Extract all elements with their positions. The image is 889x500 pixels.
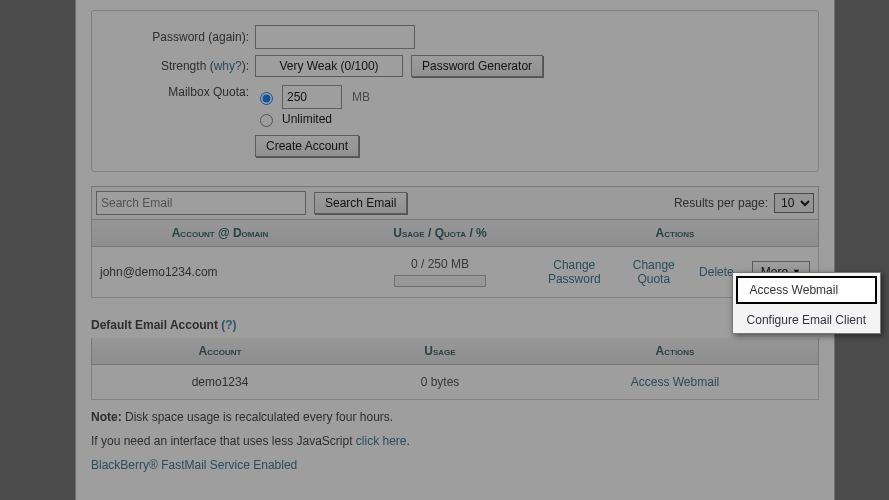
col-usage-header: Usage [340,344,540,358]
per-page-label: Results per page: [674,196,768,210]
default-table-header: Account Usage Actions [91,338,819,365]
quota-fixed-radio[interactable] [260,92,273,105]
quota-unit-label: MB [352,90,370,104]
password-again-input[interactable] [255,25,415,49]
search-button[interactable]: Search Email [314,192,407,214]
search-bar: Search Email Results per page: 10 [91,186,819,220]
recalc-note: Note: Disk space usage is recalculated e… [91,410,819,424]
search-input[interactable] [96,191,306,215]
default-account-usage: 0 bytes [340,375,540,389]
strength-why-link[interactable]: why? [214,59,242,73]
create-account-button[interactable]: Create Account [255,135,359,157]
col-actions-header: Actions [540,344,810,358]
blackberry-link[interactable]: BlackBerry® FastMail Service Enabled [91,458,297,472]
change-quota-link[interactable]: Change Quota [627,258,682,287]
accounts-table-header: Account @ Domain Usage / Quota / % Actio… [91,220,819,247]
access-webmail-link[interactable]: Access Webmail [631,375,719,389]
quota-unlimited-radio[interactable] [260,114,273,127]
access-webmail-item[interactable]: Access Webmail [736,276,877,304]
password-again-label: Password (again): [104,30,255,44]
per-page-select[interactable]: 10 [774,193,814,213]
account-usage: 0 / 250 MB [340,257,540,287]
quota-value-input[interactable] [282,85,342,109]
change-password-link[interactable]: Change Password [540,258,609,287]
help-icon[interactable]: (?) [221,318,236,332]
strength-meter: Very Weak (0/100) [255,55,403,77]
delete-link[interactable]: Delete [699,265,734,279]
quota-options: MB Unlimited [255,83,370,129]
col-actions-header: Actions [540,226,810,240]
col-account-header: Account @ Domain [100,226,340,240]
click-here-link[interactable]: click here [356,434,407,448]
password-generator-button[interactable]: Password Generator [411,55,543,77]
account-email: john@demo1234.com [100,265,340,279]
strength-label: Strength (why?): [104,59,255,73]
default-account-heading: Default Email Account (?) [91,318,819,332]
col-account-header: Account [100,344,340,358]
usage-progress-bar [394,275,486,287]
more-dropdown: Access Webmail Configure Email Client [732,272,881,334]
table-row: john@demo1234.com 0 / 250 MB Change Pass… [91,247,819,298]
quota-label: Mailbox Quota: [104,83,255,99]
create-form-box: Password (again): Strength (why?): Very … [91,10,819,172]
less-js-note: If you need an interface that uses less … [91,434,819,448]
col-usage-header: Usage / Quota / % [340,226,540,240]
table-row: demo1234 0 bytes Access Webmail [91,365,819,400]
default-account-name: demo1234 [100,375,340,389]
main-panel: Password (again): Strength (why?): Very … [75,0,835,500]
configure-email-item[interactable]: Configure Email Client [733,307,880,333]
quota-unlimited-label: Unlimited [282,112,332,126]
